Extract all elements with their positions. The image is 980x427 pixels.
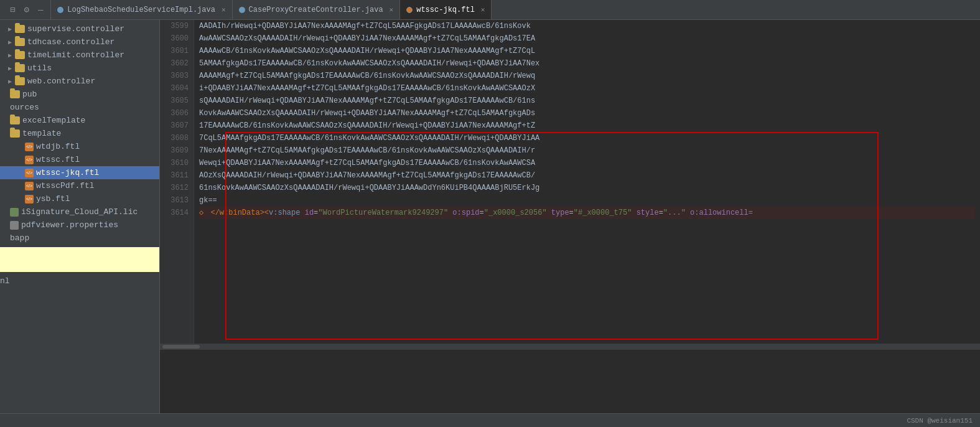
tab-label-java2: CaseProxyCreateController.java bbox=[249, 6, 383, 14]
sidebar-item-web-controller[interactable]: ▶ web.controller bbox=[0, 75, 159, 88]
ftl-icon-wtsscpdf: </> bbox=[25, 182, 34, 190]
code-text-3604: i+QDAABYJiAA7NexAAAAMAgf+tZ7CqL5AMAAfgkg… bbox=[199, 84, 535, 93]
sidebar-item-excelTemplate[interactable]: excelTemplate bbox=[0, 114, 159, 127]
code-text-3600: AwAAWCSAAOzXsQAAAADAIH/rWewqi+QDAABYJiAA… bbox=[199, 34, 535, 43]
sidebar-item-ysb[interactable]: </> ysb.ftl bbox=[0, 192, 159, 205]
tab-close-java1[interactable]: ✕ bbox=[222, 6, 226, 14]
tab-minimize-icon[interactable]: — bbox=[35, 4, 45, 16]
sidebar-item-supervise-controller[interactable]: ▶ supervise.controller bbox=[0, 22, 159, 35]
ftl-icon-wtdjb: </> bbox=[25, 143, 34, 151]
line-num-3610: 3610 bbox=[165, 157, 189, 169]
java-file-icon bbox=[57, 7, 63, 13]
h-scrollbar-thumb[interactable] bbox=[162, 345, 200, 349]
code-line-empty2 bbox=[199, 232, 975, 244]
code-text-3611: AOzXsQAAAADAIH/rWewqi+QDAABYJiAA7NexAAAA… bbox=[199, 171, 535, 180]
sidebar-item-wtssc[interactable]: </> wtssc.ftl bbox=[0, 153, 159, 166]
code-text-3614-allowincell-attr: o:allowincell= bbox=[690, 209, 753, 217]
sidebar-item-template[interactable]: template bbox=[0, 127, 159, 140]
code-text-3614-tag-open: < bbox=[264, 209, 269, 217]
code-text-3610: Wewqi+QDAABYJiAA7NexAAAAMAgf+tZ7CqL5AMAA… bbox=[199, 159, 535, 167]
sidebar-item-timelimit-controller[interactable]: ▶ timeLimit.controller bbox=[0, 49, 159, 62]
sidebar-label-timelimit: timeLimit.controller bbox=[27, 50, 124, 60]
folder-icon-template bbox=[10, 129, 20, 138]
code-line-empty6 bbox=[199, 281, 975, 294]
line-num-3603: 3603 bbox=[165, 70, 189, 82]
code-text-3601: AAAAwCB/61nsKovkAwAAWCSAAOzXsQAAAADAIH/r… bbox=[199, 47, 535, 55]
sidebar-item-isignature[interactable]: iSignature_Cloud_API.lic bbox=[0, 205, 159, 218]
code-line-empty5 bbox=[199, 269, 975, 281]
code-text-3599: AADAIh/rWewqi+QDAABYJiAA7NexAAAAMAgf+tZ7… bbox=[199, 22, 531, 30]
line-num-empty3 bbox=[165, 244, 189, 256]
sidebar-item-pdfviewer[interactable]: pdfviewer.properties bbox=[0, 218, 159, 232]
code-text-3614-ospid-attr: o:spid bbox=[452, 209, 479, 217]
sidebar-section-sources: ources bbox=[0, 101, 159, 114]
code-text-3607: 17EAAAAAwCB/61nsKovkAwAAWCSAAOzXsQAAAADA… bbox=[199, 121, 535, 130]
sidebar-item-wtsscPdf[interactable]: </> wtsscPdf.ftl bbox=[0, 179, 159, 192]
code-text-3614-id-val: "WordPictureWatermark9249297" bbox=[318, 209, 448, 217]
sidebar: ▶ supervise.controller ▶ tdhcase.control… bbox=[0, 20, 160, 413]
code-line-3613: gk== bbox=[199, 194, 975, 207]
tab-java2[interactable]: CaseProxyCreateController.java ✕ bbox=[233, 0, 401, 19]
code-line-3610: Wewqi+QDAABYJiAA7NexAAAAMAgf+tZ7CqL5AMAA… bbox=[199, 157, 975, 169]
sidebar-item-tdhcase-controller[interactable]: ▶ tdhcase.controller bbox=[0, 35, 159, 49]
code-text-3612: 61nsKovkAwAAWCSAAOzXsQAAAADAIH/rWewqi+QD… bbox=[199, 184, 539, 192]
sidebar-label-pdfviewer: pdfviewer.properties bbox=[21, 220, 118, 230]
status-bar: CSDN @weisian151 bbox=[0, 413, 980, 427]
code-equals-2: = bbox=[480, 209, 484, 217]
tab-close-ftl[interactable]: ✕ bbox=[481, 6, 485, 14]
tab-close-java2[interactable]: ✕ bbox=[390, 6, 394, 14]
sidebar-item-pub[interactable]: pub bbox=[0, 88, 159, 101]
sidebar-item-wtssc-jkq[interactable]: </> wtssc-jkq.ftl bbox=[0, 166, 159, 179]
code-text-3609: 7NexAAAAMAgf+tZ7CqL5AMAAfgkgADs17EAAAAAw… bbox=[199, 146, 535, 155]
code-marker-3614: ◇ bbox=[199, 209, 203, 217]
line-num-3614: 3614 bbox=[165, 207, 189, 219]
code-text-3614-style-attr: style bbox=[637, 209, 659, 217]
code-text-3614-ospid-val: "_x0000_s2056" bbox=[484, 209, 547, 217]
code-line-3609: 7NexAAAAMAgf+tZ7CqL5AMAAfgkgADs17EAAAAAw… bbox=[199, 144, 975, 157]
code-line-3611: AOzXsQAAAADAIH/rWewqi+QDAABYJiAA7NexAAAA… bbox=[199, 169, 975, 182]
sidebar-label-wtsscpdf: wtsscPdf.ftl bbox=[36, 181, 95, 190]
line-num-empty5 bbox=[165, 269, 189, 281]
folder-icon-tdhcase bbox=[15, 38, 25, 46]
tab-pin-icon[interactable]: ⊟ bbox=[7, 3, 17, 16]
code-text-3606: KovkAwAAWCSAAOzXsQAAAADAIH/rWewqi+QDAABY… bbox=[199, 109, 535, 118]
tab-label-ftl: wtssc-jkq.ftl bbox=[416, 6, 475, 14]
line-num-empty2 bbox=[165, 232, 189, 244]
tab-settings-icon[interactable]: ⚙ bbox=[21, 3, 31, 16]
sidebar-item-nl: nl bbox=[0, 274, 159, 288]
sidebar-item-bapp[interactable]: bapp bbox=[0, 232, 159, 245]
folder-icon-supervise bbox=[15, 25, 25, 33]
code-area[interactable]: 3599 3600 3601 3602 3603 3604 3605 3606 … bbox=[160, 20, 980, 413]
sidebar-label-wtssc-jkq: wtssc-jkq.ftl bbox=[36, 168, 99, 177]
code-line-empty4 bbox=[199, 256, 975, 269]
code-line-empty10 bbox=[199, 331, 975, 344]
tab-ftl[interactable]: wtssc-jkq.ftl ✕ bbox=[400, 0, 492, 19]
sidebar-item-wtdjb[interactable]: </> wtdjb.ftl bbox=[0, 140, 159, 153]
sidebar-label-ysb: ysb.ftl bbox=[36, 194, 70, 204]
code-content: 3599 3600 3601 3602 3603 3604 3605 3606 … bbox=[160, 20, 980, 344]
code-text-3608: 7CqL5AMAAfgkgADs17EAAAAAwCB/61nsKovkAwAA… bbox=[199, 134, 539, 143]
ftl-icon-wtssc: </> bbox=[25, 156, 34, 164]
folder-icon-utils bbox=[15, 64, 25, 72]
tab-java1[interactable]: LogShebaoScheduleServiceImpl.java ✕ bbox=[51, 0, 232, 19]
folder-icon-timelimit bbox=[15, 51, 25, 59]
sidebar-label-isignature: iSignature_Cloud_API.lic bbox=[21, 207, 138, 217]
line-num-3607: 3607 bbox=[165, 120, 189, 132]
sidebar-label-supervise: supervise.controller bbox=[27, 24, 124, 34]
h-scrollbar[interactable] bbox=[160, 344, 980, 350]
code-line-empty7 bbox=[199, 294, 975, 306]
sidebar-item-utils[interactable]: ▶ utils bbox=[0, 62, 159, 75]
arrow-timelimit: ▶ bbox=[5, 52, 15, 59]
sidebar-label-bapp: bapp bbox=[10, 233, 29, 243]
ftl-icon-ysb: </> bbox=[25, 195, 34, 204]
sidebar-label-excel: excelTemplate bbox=[22, 116, 85, 125]
code-text-3614-vshape: v:shape bbox=[269, 209, 300, 217]
code-text-3614-type-val: "#_x0000_t75" bbox=[574, 209, 632, 217]
code-text-3614-style-val: "..." bbox=[663, 209, 686, 217]
code-equals-4: = bbox=[659, 209, 663, 217]
code-text-3614-type-attr: type bbox=[551, 209, 569, 217]
sidebar-highlight-block bbox=[0, 247, 159, 272]
line-num-3601: 3601 bbox=[165, 45, 189, 57]
code-lines[interactable]: AADAIh/rWewqi+QDAABYJiAA7NexAAAAMAgf+tZ7… bbox=[194, 20, 980, 344]
code-line-3604: i+QDAABYJiAA7NexAAAAMAgf+tZ7CqL5AMAAfgkg… bbox=[199, 82, 975, 95]
